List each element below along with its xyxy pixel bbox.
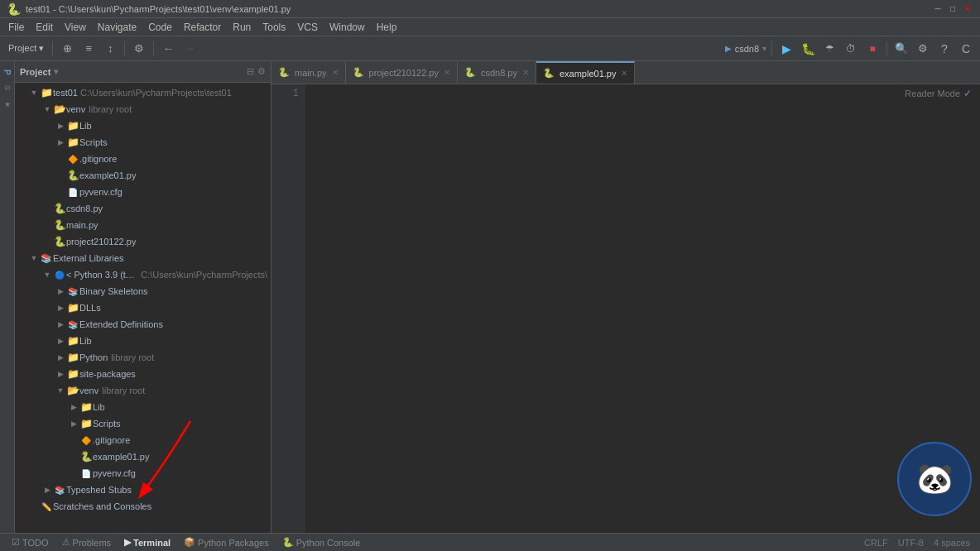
close-tab-project210122[interactable]: ✕ [444,68,450,77]
folder-icon-venv: 📂 [53,103,66,115]
maximize-button[interactable]: □ [947,3,958,15]
minimize-button[interactable]: ─ [932,3,944,15]
menu-vcs[interactable]: VCS [292,20,323,35]
reader-mode-label: Reader Mode [905,89,960,98]
tree-row-typeshed[interactable]: ▶ 📚 Typeshed Stubs [15,482,271,498]
settings-button[interactable]: ⚙ [914,40,932,58]
reader-mode-button[interactable]: Reader Mode ✓ [905,88,972,99]
run-config-dropdown-arrow[interactable]: ▾ [762,44,766,53]
tree-row-python39[interactable]: ▼ 🔵 < Python 3.9 (test01) > C:\Users\kun… [15,266,271,283]
close-button[interactable]: ✕ [962,3,973,15]
tree-row-project210122[interactable]: 🐍 project210122.py [15,233,271,250]
menu-edit[interactable]: Edit [31,20,58,35]
tree-row-main[interactable]: 🐍 main.py [15,217,271,233]
tree-row-gitignore1[interactable]: 🔶 .gitignore [15,151,271,167]
binary-icon: 📚 [66,287,79,296]
project-header: Project ▾ ⊟ ⚙ [15,61,271,83]
tree-row-binary[interactable]: ▶ 📚 Binary Skeletons [15,283,271,299]
folder-icon-scripts1: 📁 [66,137,79,148]
tree-container[interactable]: ▼ 📁 test01 C:\Users\kun\PycharmProjects\… [15,83,271,533]
tab-icon-project210122: 🐍 [353,67,364,78]
py-icon-2: 🐍 [79,451,93,462]
menu-window[interactable]: Window [324,20,370,35]
cfg-icon-1: 📄 [66,188,79,197]
toolbar-icon-2[interactable]: ≡ [79,40,98,58]
bottom-bar: ☑ TODO ⚠ Problems ▶ Terminal 📦 Python Pa… [0,533,980,551]
tree-row-example01-1[interactable]: 🐍 example01.py [15,167,271,184]
project-label: Project ▾ [8,43,44,54]
tree-row-ext-libraries[interactable]: ▼ 📚 External Libraries [15,250,271,266]
debug-button[interactable]: 🐛 [799,40,817,58]
coverage-button[interactable]: ☂ [820,40,838,58]
bottom-tab-python-packages[interactable]: 📦 Python Packages [177,534,276,552]
left-strip: P S ★ [0,61,15,533]
bottom-tab-todo[interactable]: ☑ TODO [5,534,55,552]
project-strip-icon[interactable]: P [1,65,13,80]
tree-row-scripts1[interactable]: ▶ 📁 Scripts [15,134,271,151]
structure-strip-icon[interactable]: S [2,80,13,95]
tree-row-lib1[interactable]: ▶ 📁 Lib [15,117,271,134]
tree-row-venv2[interactable]: ▼ 📂 venv library root [15,382,271,399]
menu-refactor[interactable]: Refactor [179,20,226,35]
tree-row-pyvenv1[interactable]: 📄 pyvenv.cfg [15,184,271,200]
tab-main-py[interactable]: 🐍 main.py ✕ [271,61,346,84]
bottom-tab-terminal[interactable]: ▶ Terminal [118,534,177,552]
toolbar-sep-1 [52,41,53,56]
tree-row-lib2[interactable]: ▶ 📁 Lib [15,333,271,349]
menu-run[interactable]: Run [228,20,256,35]
toolbar-icon-1[interactable]: ⊕ [58,40,76,58]
py-icon-project210122: 🐍 [53,236,66,247]
tab-label-main: main.py [295,68,327,78]
toolbar-settings[interactable]: ⚙ [130,40,148,58]
tree-row-scripts2[interactable]: ▶ 📁 Scripts [15,415,271,432]
collapse-all-icon[interactable]: ⊟ [247,66,254,77]
search-everywhere-button[interactable]: 🔍 [892,40,910,58]
tree-row-gitignore2[interactable]: 🔶 .gitignore [15,432,271,448]
toolbar-forward[interactable]: → [180,40,199,58]
toolbar-icon-3[interactable]: ↕ [101,40,119,58]
project-dropdown[interactable]: Project ▾ [5,40,47,58]
toolbar-csdn-icon[interactable]: C [957,40,975,58]
tree-row-pyvenv2[interactable]: 📄 pyvenv.cfg [15,465,271,482]
tree-row-site-packages[interactable]: ▶ 📁 site-packages [15,366,271,382]
tree-row-python-lib-root[interactable]: ▶ 📁 Python library root [15,349,271,366]
tree-row-lib3[interactable]: ▶ 📁 Lib [15,399,271,415]
menu-view[interactable]: View [60,20,91,35]
tab-csdn8-py[interactable]: 🐍 csdn8.py ✕ [458,61,536,84]
bottom-tab-python-console[interactable]: 🐍 Python Console [276,534,368,552]
stop-button[interactable]: ■ [863,40,882,58]
profile-button[interactable]: ⏱ [842,40,860,58]
editor-area: 🐍 main.py ✕ 🐍 project210122.py ✕ 🐍 csdn8… [271,61,980,533]
project-panel-title: Project ▾ [20,67,58,77]
tree-row-venv[interactable]: ▼ 📂 venv library root [15,101,271,117]
favorites-strip-icon[interactable]: ★ [2,95,13,113]
toolbar-back[interactable]: ← [159,40,177,58]
status-crlf: CRLF [859,538,893,548]
tree-row-csdn8[interactable]: 🐍 csdn8.py [15,200,271,217]
menu-help[interactable]: Help [372,20,402,35]
menu-tools[interactable]: Tools [257,20,291,35]
code-area[interactable] [305,84,980,533]
typeshed-icon: 📚 [53,486,66,495]
tree-row-example01-2[interactable]: 🐍 example01.py [15,448,271,465]
help-button[interactable]: ? [935,40,954,58]
tab-project210122-py[interactable]: 🐍 project210122.py ✕ [346,61,458,84]
tree-row-scratches[interactable]: ✏️ Scratches and Consoles [15,498,271,515]
project-dropdown-arrow[interactable]: ▾ [54,67,58,76]
close-tab-main[interactable]: ✕ [332,68,339,77]
git-icon-2: 🔶 [79,436,93,445]
tree-row-test01[interactable]: ▼ 📁 test01 C:\Users\kun\PycharmProjects\… [15,84,271,101]
run-button[interactable]: ▶ [777,40,795,58]
menu-code[interactable]: Code [143,20,177,35]
close-tab-csdn8[interactable]: ✕ [522,68,529,77]
bottom-tab-problems[interactable]: ⚠ Problems [55,534,118,552]
menu-navigate[interactable]: Navigate [93,20,142,35]
close-tab-example01[interactable]: ✕ [621,69,627,78]
tree-row-dlls[interactable]: ▶ 📁 DLLs [15,299,271,316]
python-packages-label: Python Packages [198,538,269,548]
project-panel: Project ▾ ⊟ ⚙ ▼ 📁 test01 C:\Users\kun\Py… [15,61,271,533]
tab-example01-py[interactable]: 🐍 example01.py ✕ [536,61,636,84]
menu-file[interactable]: File [3,20,29,35]
tree-row-ext-defs[interactable]: ▶ 📚 Extended Definitions [15,316,271,333]
settings-icon[interactable]: ⚙ [257,66,266,77]
